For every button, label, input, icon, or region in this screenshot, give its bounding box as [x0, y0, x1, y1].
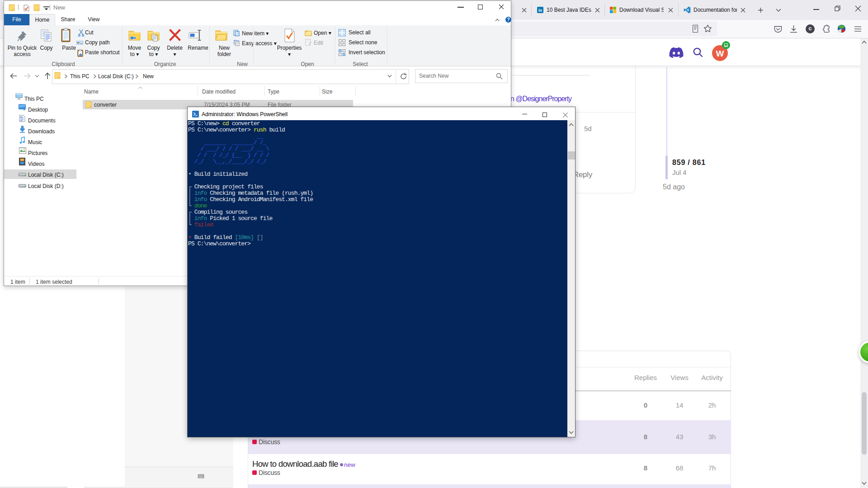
svg-text:in: in — [538, 8, 542, 13]
